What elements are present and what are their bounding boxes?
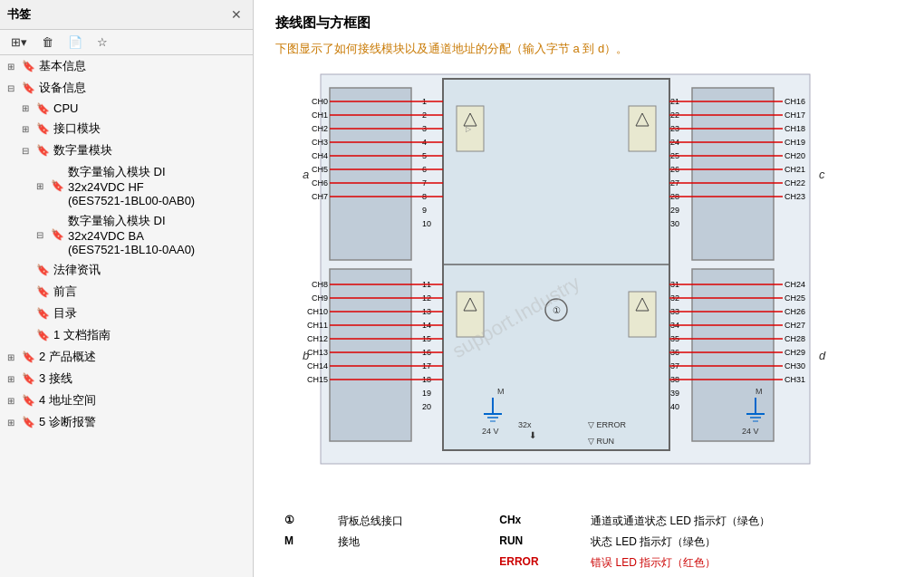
sidebar-label-address-space: 4 地址空间 (39, 392, 96, 409)
svg-text:CH8: CH8 (312, 280, 328, 289)
svg-text:▽ RUN: ▽ RUN (588, 437, 614, 446)
expander-digital-module: ⊟ (22, 146, 36, 156)
svg-text:c: c (819, 168, 825, 181)
svg-text:M: M (497, 387, 505, 396)
bookmark-icon-di-hf: 🔖 (51, 179, 64, 192)
legend-sep-run (563, 533, 582, 552)
sidebar-item-product-overview[interactable]: ⊞ 🔖 2 产品概述 (0, 346, 253, 368)
sidebar-label-di-hf: 数字量输入模块 DI32x24VDC HF(6ES7521-1BL00-0AB0… (68, 164, 195, 207)
svg-text:24 V: 24 V (742, 427, 759, 436)
sidebar-item-address-space[interactable]: ⊞ 🔖 4 地址空间 (0, 389, 253, 411)
svg-text:a: a (303, 168, 309, 181)
sidebar-item-device-info[interactable]: ⊟ 🔖 设备信息 (0, 77, 253, 99)
legend-value-error: 错误 LED 指示灯（红色） (583, 553, 835, 572)
svg-text:CH26: CH26 (784, 307, 805, 316)
sidebar-label-wiring: 3 接线 (39, 370, 72, 387)
sidebar-label-device-info: 设备信息 (39, 80, 86, 96)
svg-text:⬇: ⬇ (529, 430, 536, 440)
bookmark-panel-button[interactable]: ⊞▾ (7, 34, 31, 51)
svg-text:10: 10 (422, 219, 431, 228)
wiring-diagram: CH0 CH1 CH2 CH3 CH4 CH5 CH6 CH7 1 2 3 4 … (275, 70, 837, 495)
sidebar-item-wiring[interactable]: ⊞ 🔖 3 接线 (0, 368, 253, 389)
svg-text:CH31: CH31 (784, 375, 805, 384)
svg-text:CH21: CH21 (784, 165, 805, 174)
svg-text:20: 20 (422, 402, 431, 411)
page-title: 接线图与方框图 (275, 14, 902, 32)
legend-key-chx: CHx (492, 512, 562, 531)
bookmark-icon-cpu: 🔖 (36, 102, 50, 115)
bookmark-icon-diagnostics: 🔖 (22, 416, 35, 428)
sidebar-item-interface-module[interactable]: ⊞ 🔖 接口模块 (0, 118, 253, 139)
svg-text:▽ ERROR: ▽ ERROR (588, 420, 627, 429)
svg-text:CH15: CH15 (307, 375, 328, 384)
sidebar-item-toc[interactable]: 🔖 目录 (0, 303, 253, 324)
svg-text:CH17: CH17 (784, 111, 805, 120)
svg-text:CH6: CH6 (312, 178, 328, 188)
expander-di-hf: ⊞ (36, 181, 51, 191)
expander-basic-info: ⊞ (7, 62, 22, 72)
svg-text:CH19: CH19 (784, 138, 805, 147)
legend-sep-1 (311, 512, 329, 531)
legend-sep-chx (563, 512, 582, 531)
sidebar-item-di-ba[interactable]: ⊟ 🔖 数字量输入模块 DI32x24VDC BA(6ES7521-1BL10-… (0, 210, 253, 259)
legend-value-1: 背板总线接口 (331, 512, 434, 531)
legend-key-m: M (277, 533, 309, 552)
svg-text:CH14: CH14 (307, 361, 328, 370)
expander-legal (22, 265, 36, 275)
bookmark-icon-interface-module: 🔖 (36, 122, 50, 135)
bookmark-icon-device-info: 🔖 (22, 82, 35, 94)
sidebar-label-di-ba: 数字量输入模块 DI32x24VDC BA(6ES7521-1BL10-0AA0… (68, 213, 195, 256)
svg-text:39: 39 (670, 389, 679, 398)
expander-wiring: ⊞ (7, 374, 22, 384)
sidebar-item-di-hf[interactable]: ⊞ 🔖 数字量输入模块 DI32x24VDC HF(6ES7521-1BL00-… (0, 161, 253, 210)
svg-rect-2 (330, 269, 411, 441)
legend-sep-m (311, 533, 329, 552)
close-sidebar-button[interactable]: ✕ (227, 5, 245, 24)
bookmark-icon-doc-guide: 🔖 (36, 329, 50, 341)
sidebar-item-basic-info[interactable]: ⊞ 🔖 基本信息 (0, 55, 253, 77)
svg-text:30: 30 (670, 219, 679, 228)
sidebar-item-preface[interactable]: 🔖 前言 (0, 281, 253, 303)
sidebar-item-cpu[interactable]: ⊞ 🔖 CPU (0, 99, 253, 118)
svg-text:24 V: 24 V (482, 427, 499, 436)
bookmark-icon-address-space: 🔖 (22, 394, 35, 407)
svg-text:CH11: CH11 (307, 321, 328, 330)
expander-di-ba: ⊟ (36, 230, 51, 240)
star-bookmark-button[interactable]: ☆ (93, 34, 111, 51)
svg-text:CH0: CH0 (312, 97, 328, 106)
add-bookmark-button[interactable]: 📄 (64, 34, 86, 51)
legend-key-1: ① (277, 512, 309, 531)
bookmark-icon-legal: 🔖 (36, 264, 50, 276)
svg-text:CH20: CH20 (784, 151, 805, 160)
svg-text:CH18: CH18 (784, 124, 805, 133)
svg-text:CH7: CH7 (312, 192, 328, 201)
svg-text:40: 40 (670, 402, 679, 411)
svg-text:CH3: CH3 (312, 138, 328, 147)
description: 下图显示了如何接线模块以及通道地址的分配（输入字节 a 到 d）。 (275, 41, 902, 57)
sidebar-label-cpu: CPU (53, 101, 78, 115)
svg-text:CH10: CH10 (307, 307, 328, 316)
sidebar-item-digital-module[interactable]: ⊟ 🔖 数字量模块 (0, 139, 253, 161)
sidebar-label-preface: 前言 (53, 284, 77, 300)
legend-value-m: 接地 (331, 533, 434, 552)
sidebar-item-legal[interactable]: 🔖 法律资讯 (0, 259, 253, 281)
expander-device-info: ⊟ (7, 83, 22, 93)
svg-text:CH24: CH24 (784, 280, 805, 289)
svg-text:CH23: CH23 (784, 192, 805, 201)
svg-text:CH28: CH28 (784, 334, 805, 343)
svg-text:CH12: CH12 (307, 334, 328, 343)
svg-text:CH2: CH2 (312, 124, 328, 133)
expander-cpu: ⊞ (22, 103, 36, 113)
legend-table: ① 背板总线接口 CHx 通道或通道状态 LED 指示灯（绿色） M 接地 RU… (275, 510, 837, 574)
sidebar-item-doc-guide[interactable]: 🔖 1 文档指南 (0, 324, 253, 346)
sidebar-item-diagnostics[interactable]: ⊞ 🔖 5 诊断报警 (0, 411, 253, 433)
expander-product-overview: ⊞ (7, 352, 22, 362)
expander-preface (22, 287, 36, 297)
bookmark-icon-wiring: 🔖 (22, 372, 35, 385)
svg-text:CH29: CH29 (784, 348, 805, 357)
delete-bookmark-button[interactable]: 🗑 (38, 34, 57, 51)
svg-text:CH22: CH22 (784, 178, 805, 188)
expander-interface-module: ⊞ (22, 124, 36, 134)
expander-diagnostics: ⊞ (7, 418, 22, 428)
main-content: 接线图与方框图 下图显示了如何接线模块以及通道地址的分配（输入字节 a 到 d）… (254, 0, 924, 577)
